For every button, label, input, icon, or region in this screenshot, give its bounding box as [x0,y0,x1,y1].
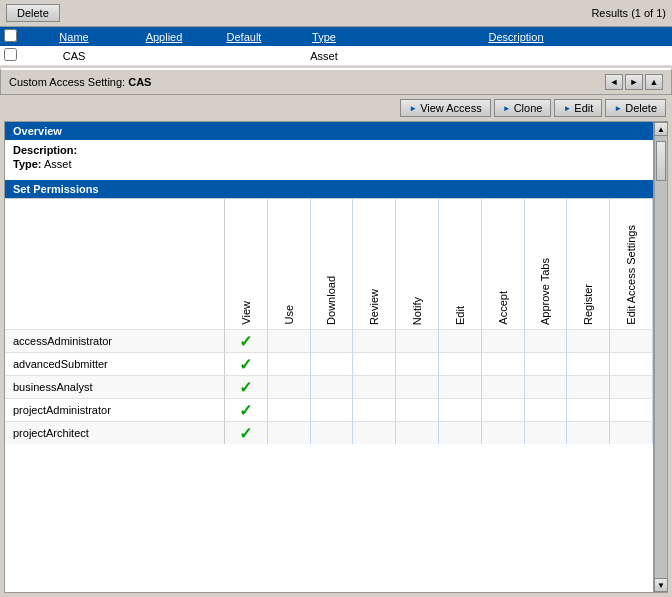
perm-proj-admin-register [567,399,610,421]
perm-proj-admin-view: ✓ [225,399,268,421]
col-use: Use [268,199,311,329]
scroll-up-button[interactable]: ▲ [654,122,668,136]
col-approve-tabs: Approve Tabs [525,199,568,329]
type-value: Asset [44,158,72,170]
perm-proj-arch-download [311,422,354,444]
col-download-label: Download [325,272,337,325]
clone-arrow-icon: ► [503,104,511,113]
scroll-track [655,136,667,578]
col-header-name[interactable]: Name [24,31,124,43]
col-register-label: Register [582,280,594,325]
perm-adv-sub-notify [396,353,439,375]
perm-adv-sub-edit [439,353,482,375]
results-count: Results (1 of 1) [591,7,666,19]
perm-access-admin-use [268,330,311,352]
perm-proj-arch-register [567,422,610,444]
row-checkbox[interactable] [4,48,17,61]
scroll-thumb[interactable] [656,141,666,181]
perm-proj-arch-view: ✓ [225,422,268,444]
perm-biz-approve [525,376,568,398]
nav-prev-button[interactable]: ◄ [605,74,623,90]
perm-access-admin-notify [396,330,439,352]
delete-action-label: Delete [625,102,657,114]
perm-access-admin-edit [439,330,482,352]
nav-next-button[interactable]: ► [625,74,643,90]
perm-proj-arch-approve [525,422,568,444]
perm-label-adv-submitter: advancedSubmitter [5,353,225,375]
perm-proj-admin-accept [482,399,525,421]
cas-title: Custom Access Setting: CAS [9,76,151,88]
col-header-applied[interactable]: Applied [124,31,204,43]
col-accept-label: Accept [497,287,509,325]
perm-row-biz-analyst: businessAnalyst ✓ [5,375,653,398]
table-header: Name Applied Default Type Description [0,27,672,46]
col-approve-tabs-label: Approve Tabs [539,254,551,325]
perm-label-biz-analyst: businessAnalyst [5,376,225,398]
perm-proj-arch-edit [439,422,482,444]
col-notify-label: Notify [411,293,423,325]
action-row: ► View Access ► Clone ► Edit ► Delete [0,95,672,121]
cas-bar: Custom Access Setting: CAS ◄ ► ▲ [0,68,672,95]
perm-access-admin-download [311,330,354,352]
view-access-button[interactable]: ► View Access [400,99,490,117]
col-use-label: Use [283,301,295,325]
perm-proj-arch-use [268,422,311,444]
col-view-label: View [240,297,252,325]
delete-action-button[interactable]: ► Delete [605,99,666,117]
select-all-checkbox[interactable] [4,29,17,42]
scrollbar: ▲ ▼ [654,121,668,593]
perm-adv-sub-approve [525,353,568,375]
scroll-down-button[interactable]: ▼ [654,578,668,592]
perm-biz-register [567,376,610,398]
checkmark-icon: ✓ [239,355,252,374]
perm-proj-admin-review [353,399,396,421]
nav-up-button[interactable]: ▲ [645,74,663,90]
perm-biz-view: ✓ [225,376,268,398]
perm-row-access-admin: accessAdministrator ✓ [5,329,653,352]
delete-button[interactable]: Delete [6,4,60,22]
type-row: Type: Asset [13,158,645,170]
edit-button[interactable]: ► Edit [554,99,602,117]
perm-adv-sub-review [353,353,396,375]
perm-proj-arch-review [353,422,396,444]
perm-adv-sub-view: ✓ [225,353,268,375]
row-type: Asset [284,50,364,62]
description-label: Description: [13,144,77,156]
perm-row-proj-admin: projectAdministrator ✓ [5,398,653,421]
perm-row-proj-architect: projectArchitect ✓ [5,421,653,444]
row-description [364,50,668,62]
col-header-default[interactable]: Default [204,31,284,43]
permissions-header-row: View Use Download Review Notify [5,198,653,329]
perm-proj-arch-edit-access [610,422,653,444]
perm-biz-review [353,376,396,398]
col-edit-access: Edit Access Settings [610,199,653,329]
col-review: Review [353,199,396,329]
content-area: Overview Description: Type: Asset Set Pe… [4,121,654,593]
perm-biz-edit-access [610,376,653,398]
permissions-section: Set Permissions View Use Download [5,180,653,444]
perm-access-admin-review [353,330,396,352]
clone-button[interactable]: ► Clone [494,99,552,117]
cas-name: CAS [128,76,151,88]
perm-biz-notify [396,376,439,398]
edit-arrow-icon: ► [563,104,571,113]
edit-label: Edit [574,102,593,114]
col-register: Register [567,199,610,329]
checkmark-icon: ✓ [239,424,252,443]
perm-adv-sub-download [311,353,354,375]
perm-proj-admin-notify [396,399,439,421]
col-edit-label: Edit [454,302,466,325]
view-access-arrow-icon: ► [409,104,417,113]
col-header-description[interactable]: Description [364,31,668,43]
perm-biz-use [268,376,311,398]
perm-proj-admin-edit-access [610,399,653,421]
table-row: CAS Asset [0,46,672,66]
col-header-type[interactable]: Type [284,31,364,43]
perm-adv-sub-accept [482,353,525,375]
perm-label-proj-admin: projectAdministrator [5,399,225,421]
clone-label: Clone [514,102,543,114]
perm-col-headers: View Use Download Review Notify [225,199,653,329]
overview-body: Description: Type: Asset [5,140,653,176]
delete-arrow-icon: ► [614,104,622,113]
overview-header: Overview [5,122,653,140]
